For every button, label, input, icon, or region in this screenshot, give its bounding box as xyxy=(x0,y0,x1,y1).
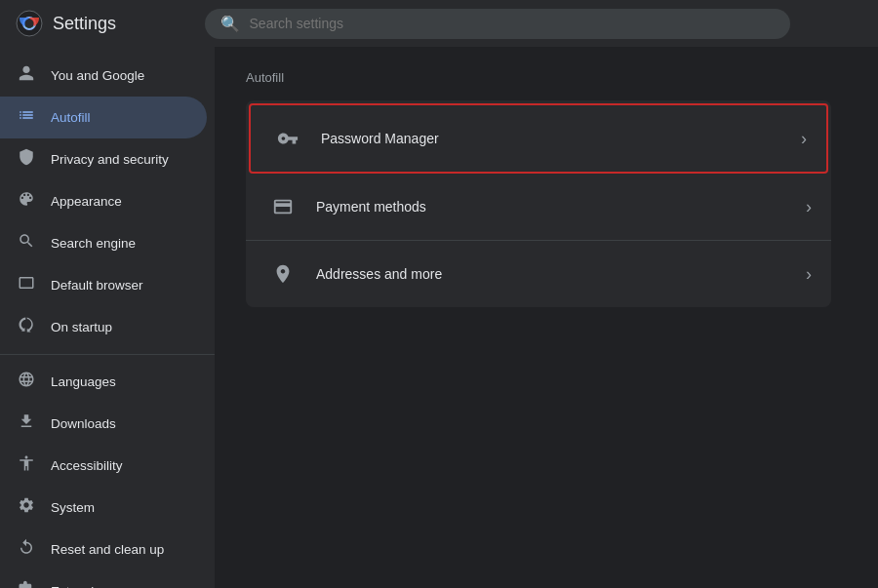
sidebar-item-you-and-google[interactable]: You and Google xyxy=(0,55,207,97)
section-title: Autofill xyxy=(246,70,847,85)
search-input[interactable] xyxy=(250,16,775,31)
logo-area: Settings xyxy=(16,10,116,37)
page-title: Settings xyxy=(53,14,116,34)
chevron-right-icon: › xyxy=(806,197,812,217)
sidebar-item-privacy-security[interactable]: Privacy and security xyxy=(0,138,207,180)
sidebar-item-label: Search engine xyxy=(51,236,136,251)
sidebar-item-reset-clean-up[interactable]: Reset and clean up xyxy=(0,529,207,570)
reset-icon xyxy=(16,538,37,561)
autofill-list: Password Manager › Payment methods › xyxy=(246,100,831,307)
sidebar-item-label: Reset and clean up xyxy=(51,542,164,557)
sidebar-item-label: Autofill xyxy=(51,110,91,125)
sidebar-item-search-engine[interactable]: Search engine xyxy=(0,222,207,264)
extensions-icon xyxy=(16,580,37,588)
card-icon xyxy=(265,189,300,224)
external-link-icon: ↗ xyxy=(133,585,142,589)
autofill-item-password-manager[interactable]: Password Manager › xyxy=(249,103,828,174)
user-icon xyxy=(16,64,37,87)
sidebar-item-system[interactable]: System xyxy=(0,487,207,529)
sidebar-item-downloads[interactable]: Downloads xyxy=(0,403,207,445)
chrome-logo-icon xyxy=(16,10,43,37)
chevron-right-icon: › xyxy=(806,264,812,285)
key-icon xyxy=(270,121,305,156)
sidebar-item-label: Accessibility xyxy=(51,458,123,473)
sidebar-item-label: On startup xyxy=(51,320,112,334)
autofill-item-label: Password Manager xyxy=(321,131,801,146)
sidebar-item-label: System xyxy=(51,500,95,515)
pin-icon xyxy=(265,256,300,292)
svg-point-2 xyxy=(25,20,34,28)
sidebar-item-accessibility[interactable]: Accessibility xyxy=(0,445,207,487)
main-content: Autofill Password Manager › xyxy=(215,47,878,588)
sidebar-item-label: Appearance xyxy=(51,194,122,209)
sidebar-item-label: Privacy and security xyxy=(51,152,169,167)
sidebar-item-appearance[interactable]: Appearance xyxy=(0,180,207,222)
sidebar-divider xyxy=(0,354,215,355)
autofill-icon xyxy=(16,106,37,129)
chevron-right-icon: › xyxy=(801,129,807,149)
sidebar-item-label: Extensions xyxy=(51,584,115,588)
downloads-icon xyxy=(16,412,37,435)
main-layout: You and Google Autofill Privacy and secu… xyxy=(0,47,878,588)
shield-icon xyxy=(16,148,37,171)
header: Settings 🔍 xyxy=(0,0,878,47)
on-startup-icon xyxy=(16,316,37,338)
sidebar-item-label: You and Google xyxy=(51,68,144,83)
sidebar-item-on-startup[interactable]: On startup xyxy=(0,306,207,348)
sidebar-item-languages[interactable]: Languages xyxy=(0,361,207,403)
autofill-item-payment-methods[interactable]: Payment methods › xyxy=(246,174,831,241)
autofill-item-label: Payment methods xyxy=(316,199,806,215)
sidebar-item-label: Default browser xyxy=(51,278,143,293)
system-icon xyxy=(16,496,37,519)
search-icon: 🔍 xyxy=(220,15,240,33)
autofill-item-addresses[interactable]: Addresses and more › xyxy=(246,241,831,307)
autofill-item-label: Addresses and more xyxy=(316,266,806,282)
sidebar: You and Google Autofill Privacy and secu… xyxy=(0,47,215,588)
languages-icon xyxy=(16,371,37,393)
sidebar-item-label: Languages xyxy=(51,374,116,389)
accessibility-icon xyxy=(16,454,37,477)
sidebar-item-label: Downloads xyxy=(51,416,116,431)
default-browser-icon xyxy=(16,274,37,296)
search-bar[interactable]: 🔍 xyxy=(205,9,790,39)
sidebar-item-extensions[interactable]: Extensions ↗ xyxy=(0,570,207,588)
search-engine-icon xyxy=(16,232,37,255)
appearance-icon xyxy=(16,190,37,213)
sidebar-item-autofill[interactable]: Autofill xyxy=(0,97,207,138)
sidebar-item-default-browser[interactable]: Default browser xyxy=(0,264,207,306)
